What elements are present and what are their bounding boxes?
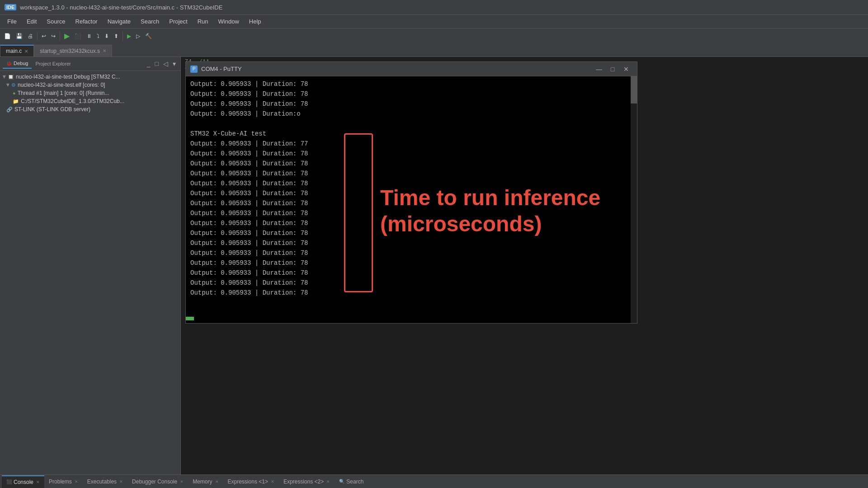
tab-startup-close[interactable]: ✕ bbox=[103, 48, 106, 53]
putty-scrollbar[interactable] bbox=[631, 76, 637, 323]
problems-tab-close[interactable]: ✕ bbox=[75, 479, 78, 484]
toolbar-stop[interactable]: ⬛ bbox=[72, 32, 84, 41]
toolbar: 📄 💾 🖨 ↩ ↪ ▶ ⬛ ⏸ ⤵ ⬇ ⬆ ▶ ▷ 🔨 bbox=[0, 28, 868, 43]
expressions-1-tab-label: Expressions <1> bbox=[228, 479, 268, 485]
putty-content: Output: 0.905933 | Duration: 78 Output: … bbox=[186, 76, 637, 323]
tab-main-c-label: main.c bbox=[6, 48, 22, 54]
putty-line-9: Output: 0.905933 | Duration: 78 bbox=[190, 169, 632, 178]
putty-line-blank bbox=[190, 119, 632, 129]
sidebar-collapse-btn[interactable]: ◁ bbox=[161, 59, 170, 68]
toolbar-print[interactable]: 🖨 bbox=[25, 32, 35, 41]
menu-source[interactable]: Source bbox=[42, 16, 70, 27]
toolbar-pause[interactable]: ⏸ bbox=[84, 32, 94, 41]
putty-icon: P bbox=[190, 66, 198, 73]
toolbar-debug[interactable]: ▶ bbox=[62, 30, 72, 42]
menu-project[interactable]: Project bbox=[165, 16, 192, 27]
tree-item-elf[interactable]: ▶ ⚙ nucleo-l432-ai-sine-test.elf [cores:… bbox=[0, 81, 180, 89]
expressions-2-tab-label: Expressions <2> bbox=[283, 479, 324, 485]
tab-main-c-close[interactable]: ✕ bbox=[24, 49, 28, 54]
chevron-elf-icon: ▶ bbox=[6, 84, 10, 87]
executables-tab-label: Executables bbox=[87, 479, 117, 485]
menu-run[interactable]: Run bbox=[193, 16, 213, 27]
memory-tab-label: Memory bbox=[193, 479, 212, 485]
putty-line-7: Output: 0.905933 | Duration: 78 bbox=[190, 149, 632, 159]
putty-window: P COM4 - PuTTY — □ ✕ Output: 0.905933 | … bbox=[185, 61, 637, 324]
debugger-console-tab-label: Debugger Console bbox=[132, 479, 177, 485]
toolbar-step-over[interactable]: ⤵ bbox=[94, 32, 102, 41]
toolbar-new[interactable]: 📄 bbox=[2, 32, 13, 41]
sidebar-menu-btn[interactable]: ▾ bbox=[171, 59, 178, 68]
ide-logo: IDE bbox=[5, 4, 16, 10]
bottom-tab-bar: ⬛ Console ✕ Problems ✕ Executables ✕ Deb… bbox=[0, 474, 868, 488]
putty-minimize-btn[interactable]: — bbox=[593, 64, 605, 75]
putty-line-header: STM32 X-Cube-AI test bbox=[190, 129, 632, 139]
menu-edit[interactable]: Edit bbox=[22, 16, 41, 27]
putty-scrollbar-thumb[interactable] bbox=[631, 76, 637, 103]
sidebar-tab-debug[interactable]: 🐞 Debug bbox=[3, 59, 32, 69]
putty-line-1: Output: 0.905933 | Duration: 78 bbox=[190, 79, 632, 89]
debug-tab-icon: 🐞 bbox=[6, 61, 12, 66]
putty-line-18: Output: 0.905933 | Duration: 78 bbox=[190, 258, 632, 268]
toolbar-run-green[interactable]: ▶ bbox=[125, 32, 133, 41]
tab-startup[interactable]: startup_stm32l432kcux.s ✕ bbox=[34, 45, 112, 56]
sidebar-tree: ▶ 🔲 nucleo-l432-ai-sine-test Debug [STM3… bbox=[0, 71, 180, 474]
bottom-tab-executables[interactable]: Executables ✕ bbox=[83, 475, 127, 488]
menu-help[interactable]: Help bbox=[245, 16, 266, 27]
bottom-tab-problems[interactable]: Problems ✕ bbox=[44, 475, 83, 488]
search-tab-label: Search bbox=[346, 479, 363, 485]
putty-maximize-btn[interactable]: □ bbox=[606, 64, 619, 75]
tree-item-stlink-label: ST-LINK (ST-LINK GDB server) bbox=[14, 106, 90, 113]
console-tab-close[interactable]: ✕ bbox=[36, 480, 40, 484]
toolbar-save[interactable]: 💾 bbox=[14, 32, 25, 41]
menu-refactor[interactable]: Refactor bbox=[71, 16, 102, 27]
toolbar-run-arrow[interactable]: ▷ bbox=[134, 32, 142, 41]
menu-window[interactable]: Window bbox=[214, 16, 244, 27]
putty-close-btn[interactable]: ✕ bbox=[620, 64, 632, 75]
putty-title-text: COM4 - PuTTY bbox=[201, 66, 589, 72]
toolbar-build[interactable]: 🔨 bbox=[143, 32, 154, 41]
project-explorer-tab-label: Project Explorer bbox=[35, 61, 71, 66]
putty-line-6: Output: 0.905933 | Duration: 77 bbox=[190, 139, 632, 149]
sidebar-header: 🐞 Debug Project Explorer _ □ ◁ ▾ bbox=[0, 57, 180, 71]
bottom-tab-search[interactable]: 🔍 Search bbox=[335, 475, 368, 488]
putty-line-20: Output: 0.905933 | Duration: 78 bbox=[190, 278, 632, 288]
expressions-2-tab-close[interactable]: ✕ bbox=[326, 479, 330, 484]
putty-line-19: Output: 0.905933 | Duration: 78 bbox=[190, 268, 632, 278]
tree-item-project-debug[interactable]: ▶ 🔲 nucleo-l432-ai-sine-test Debug [STM3… bbox=[0, 73, 180, 81]
debug-tab-label: Debug bbox=[14, 61, 28, 66]
chevron-icon: ▶ bbox=[2, 75, 7, 79]
memory-tab-close[interactable]: ✕ bbox=[215, 479, 219, 484]
toolbar-undo[interactable]: ↩ bbox=[39, 32, 48, 41]
putty-line-4: Output: 0.905933 | Duration:o bbox=[190, 109, 632, 119]
bottom-tab-expressions-2[interactable]: Expressions <2> ✕ bbox=[279, 475, 335, 488]
bottom-tab-debugger-console[interactable]: Debugger Console ✕ bbox=[127, 475, 188, 488]
menu-navigate[interactable]: Navigate bbox=[103, 16, 135, 27]
sidebar-tab-project-explorer[interactable]: Project Explorer bbox=[32, 59, 74, 68]
thread-icon: ● bbox=[13, 90, 16, 96]
menu-search[interactable]: Search bbox=[136, 16, 164, 27]
sidebar-maximize-btn[interactable]: □ bbox=[153, 59, 160, 68]
problems-tab-label: Problems bbox=[49, 479, 72, 485]
debugger-console-tab-close[interactable]: ✕ bbox=[180, 479, 184, 484]
toolbar-step-out[interactable]: ⬆ bbox=[112, 32, 121, 41]
toolbar-step-into[interactable]: ⬇ bbox=[102, 32, 111, 41]
executables-tab-close[interactable]: ✕ bbox=[119, 479, 123, 484]
sidebar-minimize-btn[interactable]: _ bbox=[145, 59, 152, 68]
bottom-tab-memory[interactable]: Memory ✕ bbox=[188, 475, 223, 488]
putty-line-21: Output: 0.905933 | Duration: 78 bbox=[190, 288, 632, 298]
expressions-1-tab-close[interactable]: ✕ bbox=[271, 479, 274, 484]
tree-item-elf-label: nucleo-l432-ai-sine-test.elf [cores: 0] bbox=[18, 82, 105, 88]
tree-item-path[interactable]: 📁 C:/ST/STM32CubeIDE_1.3.0/STM32Cub... bbox=[0, 97, 180, 105]
tab-main-c[interactable]: main.c ✕ bbox=[0, 45, 34, 56]
bottom-tab-console[interactable]: ⬛ Console ✕ bbox=[2, 475, 44, 488]
tree-item-stlink[interactable]: 🔗 ST-LINK (ST-LINK GDB server) bbox=[0, 105, 180, 113]
menu-file[interactable]: File bbox=[3, 16, 21, 27]
console-tab-label: Console bbox=[14, 479, 33, 485]
tree-item-thread[interactable]: ● Thread #1 [main] 1 [core: 0] (Runnin..… bbox=[0, 89, 180, 97]
bottom-tab-expressions-1[interactable]: Expressions <1> ✕ bbox=[223, 475, 279, 488]
toolbar-sep-2 bbox=[60, 32, 60, 41]
console-tab-icon: ⬛ bbox=[6, 479, 12, 484]
sidebar-actions: _ □ ◁ ▾ bbox=[145, 59, 178, 68]
putty-titlebar: P COM4 - PuTTY — □ ✕ bbox=[186, 62, 637, 76]
toolbar-redo[interactable]: ↪ bbox=[49, 32, 58, 41]
